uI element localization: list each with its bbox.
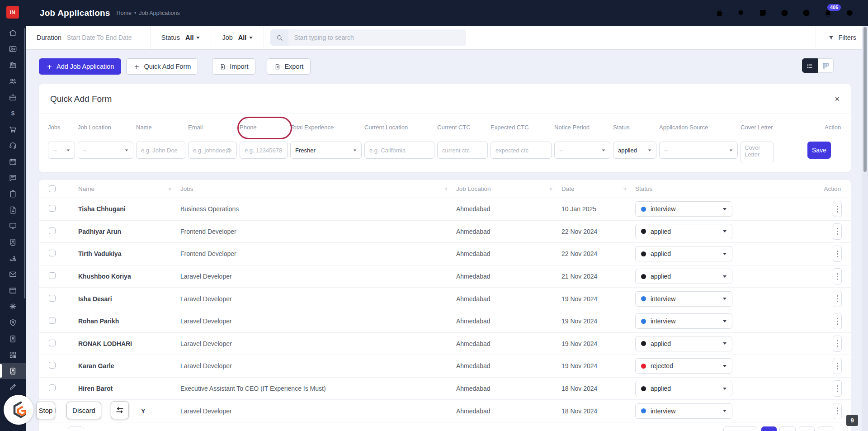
sidebar-item-headset[interactable] xyxy=(0,137,26,154)
status-select[interactable]: applied xyxy=(635,381,732,396)
column-name[interactable]: Name xyxy=(68,185,170,192)
search-input[interactable] xyxy=(288,34,466,41)
page-scrollbar-thumb[interactable] xyxy=(863,27,867,172)
sidebar-item-cart[interactable] xyxy=(0,122,26,138)
list-view-toggle[interactable] xyxy=(802,58,818,73)
sidebar-item-calendar[interactable] xyxy=(0,154,26,170)
kanban-view-toggle[interactable] xyxy=(818,58,834,73)
filters-button[interactable]: Filters xyxy=(816,26,868,49)
status-select[interactable]: rejected xyxy=(635,358,732,374)
app-logo[interactable]: IN xyxy=(6,6,19,19)
stop-button[interactable]: Stop xyxy=(36,402,55,419)
pagination-prev-button[interactable] xyxy=(723,426,757,431)
pagination-page-button[interactable] xyxy=(799,426,815,431)
sidebar-item-building[interactable] xyxy=(0,57,26,73)
sidebar-item-clipboard[interactable] xyxy=(0,186,26,202)
job-location-select[interactable]: -- xyxy=(78,142,133,159)
duration-input[interactable] xyxy=(67,34,139,41)
total-experience-select[interactable]: Fresher xyxy=(290,142,362,159)
applicant-name[interactable]: Khushboo Koriya xyxy=(68,273,170,280)
add-job-application-button[interactable]: Add Job Application xyxy=(39,58,121,75)
row-actions-kebab[interactable] xyxy=(833,380,842,397)
applicant-name[interactable]: Padhiyar Arun xyxy=(68,228,170,235)
column-job-location[interactable]: Job Location xyxy=(446,185,552,192)
applicant-name[interactable]: Karan Garle xyxy=(68,362,170,369)
row-actions-kebab[interactable] xyxy=(833,336,842,352)
row-checkbox[interactable] xyxy=(49,362,56,369)
applicant-name[interactable]: Tisha Chhugani xyxy=(68,205,170,213)
sidebar-scrollbar[interactable] xyxy=(24,28,25,298)
row-actions-kebab[interactable] xyxy=(833,403,842,419)
row-actions-kebab[interactable] xyxy=(833,358,842,374)
sidebar-item-chat[interactable] xyxy=(0,170,26,186)
applicant-name[interactable]: Tirth Vadukiya xyxy=(68,250,170,257)
email-input[interactable] xyxy=(188,142,237,159)
row-actions-kebab[interactable] xyxy=(833,313,842,329)
current-ctc-input[interactable] xyxy=(437,142,488,159)
search-icon[interactable] xyxy=(736,8,746,18)
current-location-input[interactable] xyxy=(364,142,434,159)
sidebar-item-window[interactable] xyxy=(0,283,26,299)
phone-input[interactable] xyxy=(240,142,288,159)
export-button[interactable]: Export xyxy=(267,58,311,75)
status-select[interactable]: interview xyxy=(635,403,732,419)
select-all-checkbox[interactable] xyxy=(49,185,56,192)
status-select[interactable]: applied xyxy=(635,269,732,284)
status-select[interactable]: applied xyxy=(635,246,732,261)
status-select[interactable]: applied xyxy=(613,142,656,159)
sidebar-item-briefcase[interactable] xyxy=(0,89,26,105)
name-input[interactable] xyxy=(136,142,185,159)
expected-ctc-input[interactable] xyxy=(491,142,552,159)
column-date[interactable]: Date xyxy=(552,185,625,192)
save-button[interactable]: Save xyxy=(807,142,831,159)
status-select[interactable]: interview xyxy=(635,313,732,329)
column-jobs[interactable]: Jobs xyxy=(170,185,446,192)
row-checkbox[interactable] xyxy=(49,227,56,234)
applicant-name[interactable]: Isha Desari xyxy=(68,295,170,303)
page-size-select[interactable] xyxy=(68,426,84,431)
sidebar-item-monitor[interactable] xyxy=(0,218,26,234)
sidebar-item-pencil[interactable] xyxy=(0,379,26,395)
pagination-page-button-active[interactable] xyxy=(761,426,777,431)
row-checkbox[interactable] xyxy=(49,295,56,302)
row-checkbox[interactable] xyxy=(49,317,56,324)
power-icon[interactable] xyxy=(845,8,854,18)
notice-period-select[interactable]: -- xyxy=(554,142,610,159)
status-select[interactable]: applied xyxy=(635,336,732,351)
sidebar-item-id-badge[interactable] xyxy=(0,234,26,251)
breadcrumb-home[interactable]: Home xyxy=(117,10,132,16)
sidebar-item-user-card[interactable] xyxy=(0,41,26,57)
clock-icon[interactable] xyxy=(780,8,789,18)
applicant-name[interactable]: Rohan Parikh xyxy=(68,317,170,325)
sidebar-item-home[interactable] xyxy=(0,25,26,41)
import-button[interactable]: Import xyxy=(212,58,255,75)
row-checkbox[interactable] xyxy=(49,384,56,391)
sidebar-item-mail[interactable] xyxy=(0,266,26,283)
sidebar-item-file[interactable] xyxy=(0,202,26,218)
sidebar-item-users[interactable] xyxy=(0,73,26,90)
sidebar-item-shield[interactable] xyxy=(0,315,26,331)
applicant-name[interactable]: RONAK LODHARI xyxy=(68,340,170,347)
sidebar-item-dollar[interactable]: $ xyxy=(0,105,26,122)
jobs-select[interactable]: -- xyxy=(48,142,75,159)
cover-letter-textarea[interactable] xyxy=(741,142,774,163)
row-actions-kebab[interactable] xyxy=(833,223,842,240)
row-actions-kebab[interactable] xyxy=(833,201,842,217)
row-checkbox[interactable] xyxy=(49,205,56,212)
pagination-page-button[interactable] xyxy=(779,426,796,431)
application-source-select[interactable]: -- xyxy=(659,142,738,159)
status-filter-dropdown[interactable]: All xyxy=(185,34,200,41)
sidebar-item-sparkle[interactable] xyxy=(0,298,26,315)
bell-icon[interactable]: 405 xyxy=(823,8,833,18)
sidebar-item-scooter[interactable] xyxy=(0,250,26,266)
quick-add-form-button[interactable]: Quick Add Form xyxy=(126,58,198,75)
status-select[interactable]: interview xyxy=(635,201,732,217)
status-select[interactable]: interview xyxy=(635,291,732,307)
notes-icon[interactable] xyxy=(758,8,768,18)
assistant-logo[interactable] xyxy=(4,395,33,425)
sidebar-item-id-badge[interactable] xyxy=(0,363,26,379)
gift-icon[interactable] xyxy=(715,8,724,18)
row-checkbox[interactable] xyxy=(49,340,56,346)
row-checkbox[interactable] xyxy=(49,250,56,256)
pagination-next-button[interactable] xyxy=(818,426,834,431)
